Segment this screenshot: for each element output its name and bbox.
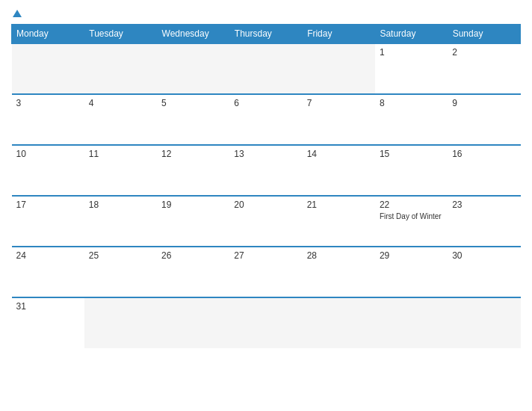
calendar-day-cell: 2 — [448, 43, 520, 94]
calendar-day-cell: 16 — [448, 145, 520, 196]
weekday-header-friday: Friday — [303, 25, 375, 44]
calendar-day-cell: 26 — [157, 247, 229, 297]
logo — [11, 7, 22, 18]
day-number: 29 — [380, 250, 443, 261]
day-number: 18 — [89, 200, 152, 210]
day-number: 16 — [452, 149, 516, 159]
calendar-week-row: 3456789 — [12, 94, 521, 145]
calendar-day-cell: 18 — [84, 196, 157, 247]
calendar-week-row: 24252627282930 — [12, 247, 521, 297]
weekday-header-wednesday: Wednesday — [157, 25, 229, 44]
calendar-day-cell: 15 — [375, 145, 448, 196]
calendar-body: 12345678910111213141516171819202122First… — [12, 43, 521, 348]
day-number: 17 — [16, 200, 80, 210]
calendar-day-cell: 1 — [375, 43, 448, 94]
calendar-day-cell: 5 — [157, 94, 229, 145]
day-number: 21 — [307, 200, 371, 210]
calendar-week-row: 171819202122First Day of Winter23 — [12, 196, 521, 247]
calendar-day-cell: 28 — [303, 247, 375, 297]
day-number: 27 — [234, 250, 297, 261]
calendar-day-cell: 19 — [157, 196, 229, 247]
calendar-day-cell — [84, 43, 157, 94]
calendar-day-cell: 24 — [12, 247, 84, 297]
day-number: 9 — [452, 98, 516, 108]
day-number: 4 — [89, 98, 152, 108]
day-number: 22 — [380, 200, 443, 210]
calendar-day-cell: 7 — [303, 94, 375, 145]
day-number: 15 — [380, 149, 443, 159]
day-number: 10 — [16, 149, 80, 159]
calendar-day-cell — [303, 43, 375, 94]
day-number: 24 — [16, 250, 80, 261]
calendar-thead: MondayTuesdayWednesdayThursdayFridaySatu… — [12, 25, 521, 44]
day-number: 20 — [234, 200, 297, 210]
calendar-day-cell: 6 — [229, 94, 302, 145]
weekday-header-saturday: Saturday — [375, 25, 448, 44]
calendar-day-cell: 25 — [84, 247, 157, 297]
day-number: 5 — [161, 98, 225, 108]
calendar-day-cell: 22First Day of Winter — [375, 196, 448, 247]
day-number: 8 — [380, 98, 443, 108]
calendar-day-cell — [303, 297, 375, 348]
calendar-day-cell — [12, 43, 84, 94]
day-number: 23 — [452, 200, 516, 210]
day-number: 28 — [307, 250, 371, 261]
calendar-day-cell: 9 — [448, 94, 520, 145]
calendar-table: MondayTuesdayWednesdayThursdayFridaySatu… — [11, 24, 521, 348]
calendar-day-cell: 14 — [303, 145, 375, 196]
day-number: 12 — [161, 149, 225, 159]
calendar-day-cell: 30 — [448, 247, 520, 297]
calendar-week-row: 10111213141516 — [12, 145, 521, 196]
day-number: 30 — [452, 250, 516, 261]
day-number: 31 — [16, 301, 80, 312]
calendar-day-cell — [157, 297, 229, 348]
calendar-header — [11, 7, 521, 18]
calendar-day-cell: 20 — [229, 196, 302, 247]
calendar-day-cell: 13 — [229, 145, 302, 196]
calendar-day-cell: 8 — [375, 94, 448, 145]
calendar-day-cell — [157, 43, 229, 94]
calendar-day-cell: 3 — [12, 94, 84, 145]
calendar-day-cell: 12 — [157, 145, 229, 196]
calendar-day-cell: 27 — [229, 247, 302, 297]
calendar-day-cell: 23 — [448, 196, 520, 247]
logo-triangle-icon — [13, 10, 22, 17]
day-number: 13 — [234, 149, 297, 159]
day-number: 7 — [307, 98, 371, 108]
day-number: 3 — [16, 98, 80, 108]
calendar-day-cell: 10 — [12, 145, 84, 196]
day-number: 19 — [161, 200, 225, 210]
calendar-day-cell: 31 — [12, 297, 84, 348]
calendar-day-cell — [229, 297, 302, 348]
calendar-week-row: 31 — [12, 297, 521, 348]
calendar-day-cell: 4 — [84, 94, 157, 145]
day-number: 2 — [452, 47, 516, 58]
day-number: 25 — [89, 250, 152, 261]
weekday-header-thursday: Thursday — [229, 25, 302, 44]
calendar-day-cell: 21 — [303, 196, 375, 247]
day-number: 26 — [161, 250, 225, 261]
calendar-container: MondayTuesdayWednesdayThursdayFridaySatu… — [0, 0, 532, 411]
calendar-day-cell — [229, 43, 302, 94]
day-number: 14 — [307, 149, 371, 159]
day-number: 1 — [380, 47, 443, 58]
calendar-day-cell — [448, 297, 520, 348]
calendar-week-row: 12 — [12, 43, 521, 94]
day-event: First Day of Winter — [380, 211, 443, 221]
calendar-day-cell: 17 — [12, 196, 84, 247]
calendar-day-cell — [375, 297, 448, 348]
weekday-header-sunday: Sunday — [448, 25, 520, 44]
weekday-header-monday: Monday — [12, 25, 84, 44]
calendar-day-cell — [84, 297, 157, 348]
day-number: 6 — [234, 98, 297, 108]
weekday-header-tuesday: Tuesday — [84, 25, 157, 44]
day-number: 11 — [89, 149, 152, 159]
calendar-day-cell: 11 — [84, 145, 157, 196]
logo-top — [11, 7, 22, 18]
weekday-header-row: MondayTuesdayWednesdayThursdayFridaySatu… — [12, 25, 521, 44]
calendar-day-cell: 29 — [375, 247, 448, 297]
